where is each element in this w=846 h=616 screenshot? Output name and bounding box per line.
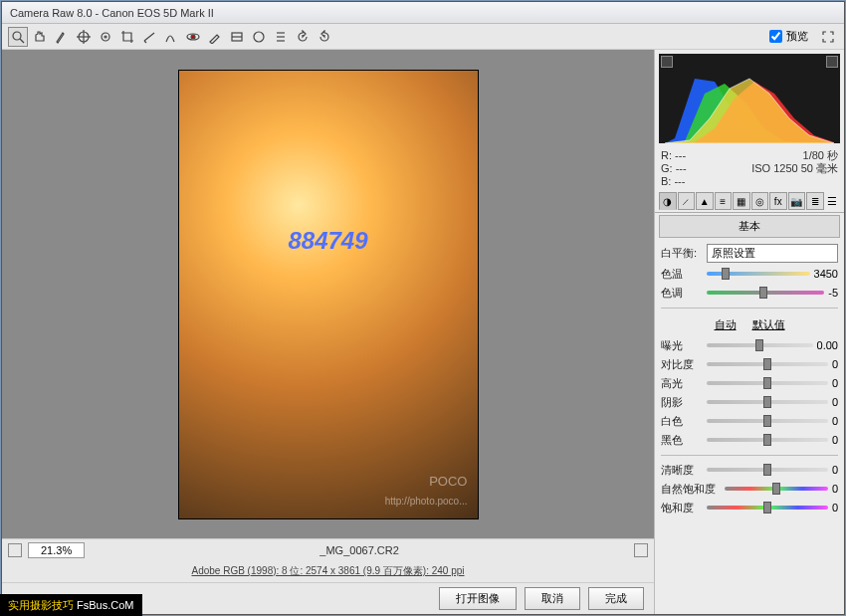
wb-tool-icon[interactable] (52, 27, 72, 47)
tint-label: 色调 (661, 286, 703, 301)
right-panel: R: ---G: ---B: --- 1/80 秒ISO 1250 50 毫米 … (655, 50, 844, 614)
blacks-slider[interactable] (707, 433, 828, 447)
shadows-slider[interactable] (707, 395, 828, 409)
rotate-cw-icon[interactable] (315, 27, 334, 47)
clarity-value[interactable]: 0 (832, 464, 838, 476)
svg-line-8 (144, 41, 146, 43)
histogram[interactable] (659, 54, 840, 143)
window-title: Camera Raw 8.0 - Canon EOS 5D Mark II (10, 7, 214, 19)
zoom-fit-icon[interactable] (8, 543, 22, 557)
adjust-brush-icon[interactable] (205, 27, 225, 47)
toolbar: 预览 (2, 24, 844, 50)
svg-point-10 (191, 35, 195, 39)
rgb-readout: R: ---G: ---B: --- 1/80 秒ISO 1250 50 毫米 (655, 147, 844, 191)
shadow-clip-icon[interactable] (661, 56, 673, 68)
panel-title: 基本 (659, 215, 840, 238)
shadows-value[interactable]: 0 (832, 396, 838, 408)
exposure-value[interactable]: 0.00 (817, 339, 838, 351)
preview-checkbox[interactable] (769, 30, 782, 43)
trash-icon[interactable] (634, 543, 648, 557)
svg-point-0 (13, 32, 21, 40)
done-button[interactable]: 完成 (588, 587, 644, 610)
zoom-tool-icon[interactable] (8, 27, 28, 47)
redeye-tool-icon[interactable] (183, 27, 203, 47)
watermark: POCO (429, 474, 467, 489)
whites-label: 白色 (661, 414, 703, 429)
temp-value[interactable]: 3450 (814, 268, 838, 280)
svg-point-5 (102, 33, 109, 41)
hand-tool-icon[interactable] (30, 27, 50, 47)
tab-preset[interactable]: ≣ (806, 192, 824, 210)
whites-value[interactable]: 0 (832, 415, 838, 427)
crop-tool-icon[interactable] (117, 27, 137, 47)
tab-detail[interactable]: ▲ (696, 192, 714, 210)
temp-slider[interactable] (707, 267, 810, 281)
exposure-label: 曝光 (661, 338, 703, 353)
prefs-icon[interactable] (271, 27, 291, 47)
saturation-value[interactable]: 0 (832, 502, 838, 513)
saturation-label: 饱和度 (661, 501, 703, 515)
preview-label: 预览 (786, 29, 808, 44)
filename-label: _MG_0067.CR2 (91, 544, 628, 556)
vibrance-slider[interactable] (725, 482, 828, 496)
highlights-label: 高光 (661, 376, 703, 391)
tab-fx[interactable]: fx (769, 192, 787, 210)
spot-tool-icon[interactable] (161, 27, 181, 47)
clarity-label: 清晰度 (661, 463, 703, 478)
svg-line-1 (20, 39, 24, 43)
panel-tabs: ◑ ⟋ ▲ ≡ ▦ ◎ fx 📷 ≣ ☰ (655, 191, 844, 213)
panel-menu-icon[interactable]: ☰ (825, 193, 841, 209)
saturation-slider[interactable] (707, 501, 828, 514)
svg-point-6 (105, 36, 106, 38)
zoom-select[interactable]: 21.3% (28, 542, 85, 558)
contrast-label: 对比度 (661, 357, 703, 372)
tab-split[interactable]: ▦ (733, 192, 750, 210)
tint-value[interactable]: -5 (828, 287, 838, 299)
exposure-slider[interactable] (707, 338, 813, 352)
tab-cal[interactable]: 📷 (788, 192, 806, 210)
grad-filter-icon[interactable] (227, 27, 247, 47)
image-canvas[interactable]: POCO http://photo.poco... (2, 50, 654, 538)
tab-curve[interactable]: ⟋ (678, 192, 696, 210)
auto-link[interactable]: 自动 (715, 317, 737, 332)
vibrance-value[interactable]: 0 (832, 483, 838, 495)
blacks-label: 黑色 (661, 433, 703, 448)
svg-point-13 (254, 32, 264, 42)
cancel-button[interactable]: 取消 (525, 587, 580, 610)
contrast-slider[interactable] (707, 357, 828, 371)
tab-basic[interactable]: ◑ (659, 192, 677, 210)
blacks-value[interactable]: 0 (832, 434, 838, 446)
titlebar: Camera Raw 8.0 - Canon EOS 5D Mark II (2, 2, 844, 24)
wb-select[interactable]: 原照设置 (707, 244, 838, 263)
tint-slider[interactable] (707, 286, 824, 300)
clarity-slider[interactable] (707, 463, 828, 477)
rotate-ccw-icon[interactable] (293, 27, 313, 47)
fullscreen-icon[interactable] (818, 27, 838, 47)
watermark-url: http://photo.poco... (385, 496, 468, 507)
fsbus-watermark: 实用摄影技巧 FsBus.CoM (0, 594, 142, 616)
vibrance-label: 自然饱和度 (661, 482, 721, 497)
preview-image: POCO http://photo.poco... (179, 71, 478, 518)
whites-slider[interactable] (707, 414, 828, 428)
target-tool-icon[interactable] (96, 27, 115, 47)
wb-label: 白平衡: (661, 246, 703, 261)
highlights-slider[interactable] (707, 376, 828, 390)
workflow-link[interactable]: Adobe RGB (1998): 8 位: 2574 x 3861 (9.9 … (2, 560, 654, 582)
highlight-clip-icon[interactable] (826, 56, 838, 68)
tab-hsl[interactable]: ≡ (715, 192, 733, 210)
shadows-label: 阴影 (661, 395, 703, 410)
svg-line-7 (144, 33, 154, 41)
contrast-value[interactable]: 0 (832, 358, 838, 370)
straighten-tool-icon[interactable] (139, 27, 159, 47)
radial-filter-icon[interactable] (249, 27, 269, 47)
tab-lens[interactable]: ◎ (751, 192, 769, 210)
default-link[interactable]: 默认值 (752, 317, 785, 332)
open-image-button[interactable]: 打开图像 (439, 587, 517, 610)
sampler-tool-icon[interactable] (74, 27, 94, 47)
temp-label: 色温 (661, 267, 703, 282)
highlights-value[interactable]: 0 (832, 377, 838, 389)
status-bar: 21.3% _MG_0067.CR2 (2, 538, 654, 560)
